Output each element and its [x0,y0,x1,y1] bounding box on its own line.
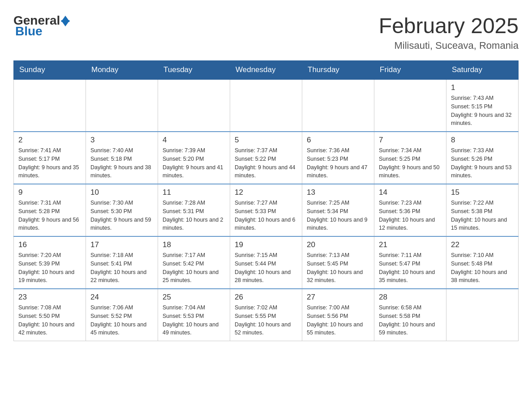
day-number: 24 [90,293,153,302]
calendar-cell: 28Sunrise: 6:58 AMSunset: 5:58 PMDayligh… [374,289,446,341]
calendar-cell: 13Sunrise: 7:25 AMSunset: 5:34 PMDayligh… [302,184,374,236]
day-info: Sunrise: 7:31 AMSunset: 5:28 PMDaylight:… [18,199,81,232]
day-number: 17 [90,240,153,249]
day-info: Sunrise: 7:02 AMSunset: 5:55 PMDaylight:… [235,304,297,337]
calendar-cell: 16Sunrise: 7:20 AMSunset: 5:39 PMDayligh… [14,236,86,289]
day-info: Sunrise: 7:39 AMSunset: 5:20 PMDaylight:… [163,146,225,180]
calendar-cell: 5Sunrise: 7:37 AMSunset: 5:22 PMDaylight… [230,132,302,184]
day-number: 4 [163,136,225,145]
day-info: Sunrise: 7:30 AMSunset: 5:30 PMDaylight:… [90,199,153,232]
calendar-cell: 7Sunrise: 7:34 AMSunset: 5:25 PMDaylight… [374,132,446,184]
day-number: 12 [235,188,297,197]
calendar-cell: 2Sunrise: 7:41 AMSunset: 5:17 PMDaylight… [14,132,86,184]
weekday-header-wednesday: Wednesday [230,61,302,80]
day-number: 3 [90,136,153,145]
calendar-cell: 26Sunrise: 7:02 AMSunset: 5:55 PMDayligh… [230,289,302,341]
calendar-cell: 12Sunrise: 7:27 AMSunset: 5:33 PMDayligh… [230,184,302,236]
day-info: Sunrise: 7:15 AMSunset: 5:44 PMDaylight:… [235,251,297,285]
day-number: 27 [307,293,369,302]
calendar-cell: 9Sunrise: 7:31 AMSunset: 5:28 PMDaylight… [14,184,86,236]
calendar-cell: 15Sunrise: 7:22 AMSunset: 5:38 PMDayligh… [446,184,519,236]
page-header: General Blue February 2025 Milisauti, Su… [13,13,519,51]
day-info: Sunrise: 7:23 AMSunset: 5:36 PMDaylight:… [379,199,442,232]
day-info: Sunrise: 7:27 AMSunset: 5:33 PMDaylight:… [235,199,297,232]
calendar-cell [446,289,519,341]
weekday-header-row: SundayMondayTuesdayWednesdayThursdayFrid… [14,61,519,80]
day-number: 6 [307,136,369,145]
title-block: February 2025 Milisauti, Suceava, Romani… [379,13,519,51]
calendar-cell: 19Sunrise: 7:15 AMSunset: 5:44 PMDayligh… [230,236,302,289]
calendar-cell: 11Sunrise: 7:28 AMSunset: 5:31 PMDayligh… [158,184,230,236]
calendar-cell [302,79,374,132]
logo-blue-text: Blue [15,24,43,39]
day-info: Sunrise: 7:34 AMSunset: 5:25 PMDaylight:… [379,146,442,180]
day-info: Sunrise: 7:18 AMSunset: 5:41 PMDaylight:… [90,251,153,285]
day-info: Sunrise: 7:11 AMSunset: 5:47 PMDaylight:… [379,251,442,285]
calendar-cell: 25Sunrise: 7:04 AMSunset: 5:53 PMDayligh… [158,289,230,341]
day-number: 22 [451,240,514,249]
calendar-cell: 27Sunrise: 7:00 AMSunset: 5:56 PMDayligh… [302,289,374,341]
day-info: Sunrise: 7:40 AMSunset: 5:18 PMDaylight:… [90,146,153,180]
day-info: Sunrise: 7:41 AMSunset: 5:17 PMDaylight:… [18,146,81,180]
calendar-cell: 21Sunrise: 7:11 AMSunset: 5:47 PMDayligh… [374,236,446,289]
weekday-header-sunday: Sunday [14,61,86,80]
day-info: Sunrise: 6:58 AMSunset: 5:58 PMDaylight:… [379,304,442,337]
day-info: Sunrise: 7:10 AMSunset: 5:48 PMDaylight:… [451,251,514,285]
logo: General Blue [13,13,70,39]
calendar-table: SundayMondayTuesdayWednesdayThursdayFrid… [13,60,519,341]
day-info: Sunrise: 7:43 AMSunset: 5:15 PMDaylight:… [451,94,514,128]
calendar-cell [14,79,86,132]
day-info: Sunrise: 7:28 AMSunset: 5:31 PMDaylight:… [163,199,225,232]
day-number: 21 [379,240,442,249]
day-info: Sunrise: 7:06 AMSunset: 5:52 PMDaylight:… [90,304,153,337]
day-number: 13 [307,188,369,197]
day-number: 2 [18,136,81,145]
day-number: 8 [451,136,514,145]
day-number: 14 [379,188,442,197]
day-number: 28 [379,293,442,302]
weekday-header-friday: Friday [374,61,446,80]
calendar-week-row: 1Sunrise: 7:43 AMSunset: 5:15 PMDaylight… [14,79,519,132]
day-info: Sunrise: 7:17 AMSunset: 5:42 PMDaylight:… [163,251,225,285]
calendar-cell [230,79,302,132]
day-info: Sunrise: 7:08 AMSunset: 5:50 PMDaylight:… [18,304,81,337]
day-number: 9 [18,188,81,197]
calendar-cell: 14Sunrise: 7:23 AMSunset: 5:36 PMDayligh… [374,184,446,236]
day-info: Sunrise: 7:13 AMSunset: 5:45 PMDaylight:… [307,251,369,285]
calendar-week-row: 16Sunrise: 7:20 AMSunset: 5:39 PMDayligh… [14,236,519,289]
calendar-cell: 10Sunrise: 7:30 AMSunset: 5:30 PMDayligh… [86,184,158,236]
day-number: 23 [18,293,81,302]
calendar-cell: 8Sunrise: 7:33 AMSunset: 5:26 PMDaylight… [446,132,519,184]
calendar-cell: 3Sunrise: 7:40 AMSunset: 5:18 PMDaylight… [86,132,158,184]
day-number: 16 [18,240,81,249]
weekday-header-tuesday: Tuesday [158,61,230,80]
calendar-cell: 1Sunrise: 7:43 AMSunset: 5:15 PMDaylight… [446,79,519,132]
calendar-week-row: 23Sunrise: 7:08 AMSunset: 5:50 PMDayligh… [14,289,519,341]
calendar-cell: 24Sunrise: 7:06 AMSunset: 5:52 PMDayligh… [86,289,158,341]
day-number: 1 [451,83,514,92]
day-number: 26 [235,293,297,302]
weekday-header-thursday: Thursday [302,61,374,80]
weekday-header-monday: Monday [86,61,158,80]
day-number: 7 [379,136,442,145]
day-info: Sunrise: 7:25 AMSunset: 5:34 PMDaylight:… [307,199,369,232]
calendar-cell [158,79,230,132]
day-info: Sunrise: 7:33 AMSunset: 5:26 PMDaylight:… [451,146,514,180]
day-info: Sunrise: 7:00 AMSunset: 5:56 PMDaylight:… [307,304,369,337]
calendar-cell: 17Sunrise: 7:18 AMSunset: 5:41 PMDayligh… [86,236,158,289]
calendar-cell [374,79,446,132]
calendar-week-row: 2Sunrise: 7:41 AMSunset: 5:17 PMDaylight… [14,132,519,184]
calendar-cell: 4Sunrise: 7:39 AMSunset: 5:20 PMDaylight… [158,132,230,184]
day-number: 19 [235,240,297,249]
day-number: 15 [451,188,514,197]
day-number: 18 [163,240,225,249]
location-title: Milisauti, Suceava, Romania [379,40,519,51]
day-number: 11 [163,188,225,197]
day-number: 20 [307,240,369,249]
day-number: 25 [163,293,225,302]
calendar-cell: 6Sunrise: 7:36 AMSunset: 5:23 PMDaylight… [302,132,374,184]
month-title: February 2025 [379,13,519,38]
day-number: 10 [90,188,153,197]
calendar-cell: 22Sunrise: 7:10 AMSunset: 5:48 PMDayligh… [446,236,519,289]
calendar-cell: 18Sunrise: 7:17 AMSunset: 5:42 PMDayligh… [158,236,230,289]
